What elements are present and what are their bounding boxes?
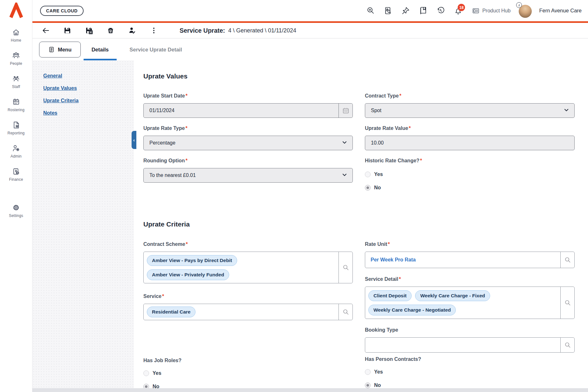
uprate-start-date-field[interactable]: 01/11/2024 xyxy=(143,103,353,118)
rate-unit-label: Rate Unit* xyxy=(365,241,390,247)
tab-details[interactable]: Details xyxy=(84,39,117,60)
sidebar-item-label: Settings xyxy=(9,213,23,218)
service-detail-lookup[interactable]: Client Deposit Weekly Care Charge - Fixe… xyxy=(365,287,575,319)
chip[interactable]: Weekly Care Charge - Fixed xyxy=(415,290,490,301)
radio-unselected[interactable] xyxy=(365,172,371,177)
sidebar-item-people[interactable]: People xyxy=(0,51,32,66)
subnav-link-uprate-criteria[interactable]: Uprate Criteria xyxy=(43,98,79,103)
calendar-picker-button[interactable] xyxy=(338,104,352,118)
sidebar-item-settings[interactable]: Settings xyxy=(0,203,32,218)
more-options-button[interactable] xyxy=(150,26,158,35)
sidebar-item-finance[interactable]: Finance xyxy=(0,167,32,182)
delete-button[interactable] xyxy=(106,26,115,35)
notifications-bell-icon[interactable]: 18 xyxy=(454,6,462,15)
historic-rate-change-label: Historic Rate Change?* xyxy=(365,158,422,164)
tab-service-uprate-detail[interactable]: Service Uprate Detail xyxy=(126,39,186,60)
assign-person-button[interactable] xyxy=(128,26,136,35)
radio-unselected[interactable] xyxy=(143,370,149,376)
search-icon xyxy=(564,256,571,263)
sidebar-item-reporting[interactable]: Reporting xyxy=(0,121,32,135)
chevron-down-icon xyxy=(342,140,347,146)
service-label: Service* xyxy=(143,294,164,299)
has-job-roles-yes-option[interactable]: Yes xyxy=(143,370,161,376)
lookup-search-button[interactable] xyxy=(338,304,352,320)
subnav-link-uprate-values[interactable]: Uprate Values xyxy=(43,85,77,91)
rounding-option-select[interactable]: To the nearest £0.01 xyxy=(143,168,353,183)
menu-button-label: Menu xyxy=(58,47,72,53)
collapse-panel-handle[interactable]: ‹ xyxy=(132,131,136,149)
lookup-search-button[interactable] xyxy=(560,252,574,268)
uprate-start-date-value: 01/11/2024 xyxy=(144,108,174,113)
radio-unselected[interactable] xyxy=(365,369,371,375)
uprate-rate-type-select[interactable]: Percentage xyxy=(143,136,353,150)
record-search-icon[interactable] xyxy=(384,6,393,15)
search-icon xyxy=(342,308,349,315)
sidebar-item-staff[interactable]: Staff xyxy=(0,74,32,89)
pin-icon[interactable] xyxy=(401,6,410,15)
content-area: General Uprate Values Uprate Criteria No… xyxy=(32,60,588,392)
account-name[interactable]: Fern Avenue Care xyxy=(539,8,582,14)
booking-type-lookup[interactable] xyxy=(365,337,575,353)
service-lookup[interactable]: Residential Care xyxy=(143,304,353,320)
finance-icon xyxy=(12,167,20,176)
left-rail: Home People Staff Rostering Reporting Ad… xyxy=(0,0,32,392)
chip[interactable]: Weekly Care Charge - Negotiated xyxy=(368,305,456,315)
has-person-contracts-no-option[interactable]: No xyxy=(365,382,381,388)
sidebar-item-label: Admin xyxy=(10,154,22,159)
record-breadcrumb: 4 \ Generated \ 01/11/2024 xyxy=(228,27,296,34)
sidebar-item-label: Staff xyxy=(12,84,20,89)
sidebar-item-label: Finance xyxy=(9,177,23,182)
has-person-contracts-yes-option[interactable]: Yes xyxy=(365,369,383,375)
contract-scheme-lookup[interactable]: Amber View - Pays by Direct Debit Amber … xyxy=(143,252,353,283)
service-detail-chips: Client Deposit Weekly Care Charge - Fixe… xyxy=(365,287,574,318)
save-button[interactable] xyxy=(63,26,72,35)
historic-rate-change-yes-option[interactable]: Yes xyxy=(365,172,383,177)
brand-pill[interactable]: CARE CLOUD xyxy=(40,6,84,16)
section-title-uprate-criteria: Uprate Criteria xyxy=(143,220,190,228)
notification-badge: 18 xyxy=(458,4,465,11)
historic-rate-change-no-option[interactable]: No xyxy=(365,185,381,191)
service-chips: Residential Care xyxy=(144,304,213,320)
section-title-uprate-values: Uprate Values xyxy=(143,72,188,80)
sidebar-item-rostering[interactable]: Rostering xyxy=(0,98,32,112)
rate-unit-value[interactable]: Per Week Pro Rata xyxy=(365,257,416,263)
chip[interactable]: Client Deposit xyxy=(368,290,412,301)
subnav-link-general[interactable]: General xyxy=(43,73,62,78)
back-button[interactable] xyxy=(42,26,50,35)
sidebar-item-label: Rostering xyxy=(8,108,24,112)
has-job-roles-label: Has Job Roles? xyxy=(143,358,181,363)
lookup-search-button[interactable] xyxy=(560,338,574,352)
lookup-search-button[interactable] xyxy=(338,252,352,283)
product-hub-button[interactable]: Product Hub xyxy=(472,7,510,15)
search-icon xyxy=(564,341,571,348)
home-icon xyxy=(12,28,20,37)
contract-type-select[interactable]: Spot xyxy=(365,103,575,118)
chip[interactable]: Amber View - Pays by Direct Debit xyxy=(147,255,237,266)
horizontal-scrollbar[interactable] xyxy=(32,388,588,392)
menu-list-icon xyxy=(48,46,55,53)
product-hub-label: Product Hub xyxy=(482,8,510,14)
sidebar-item-label: Reporting xyxy=(8,131,25,135)
radio-selected[interactable] xyxy=(365,382,371,388)
sidebar-item-label: People xyxy=(10,61,22,66)
sidebar-item-home[interactable]: Home xyxy=(0,28,32,43)
bookmark-book-icon[interactable] xyxy=(419,6,427,15)
service-detail-label: Service Detail* xyxy=(365,276,401,282)
rate-unit-lookup[interactable]: Per Week Pro Rata xyxy=(365,252,575,268)
settings-gear-icon xyxy=(12,203,20,212)
lookup-search-button[interactable] xyxy=(560,287,574,319)
save-close-button[interactable] xyxy=(85,26,93,35)
rounding-option-value: To the nearest £0.01 xyxy=(144,172,196,178)
people-icon xyxy=(12,51,20,60)
uprate-rate-value-input[interactable]: 10.00 xyxy=(365,136,575,150)
menu-button[interactable]: Menu xyxy=(39,42,81,57)
zoom-in-icon[interactable] xyxy=(366,6,375,15)
subnav-link-notes[interactable]: Notes xyxy=(43,110,57,116)
chip[interactable]: Residential Care xyxy=(147,307,195,317)
sidebar-item-admin[interactable]: Admin xyxy=(0,144,32,159)
history-icon[interactable] xyxy=(436,6,445,15)
company-logo-icon[interactable] xyxy=(8,3,24,18)
chip[interactable]: Amber View - Privately Funded xyxy=(147,269,229,280)
info-icon[interactable]: i xyxy=(516,2,522,8)
radio-selected[interactable] xyxy=(365,185,371,191)
